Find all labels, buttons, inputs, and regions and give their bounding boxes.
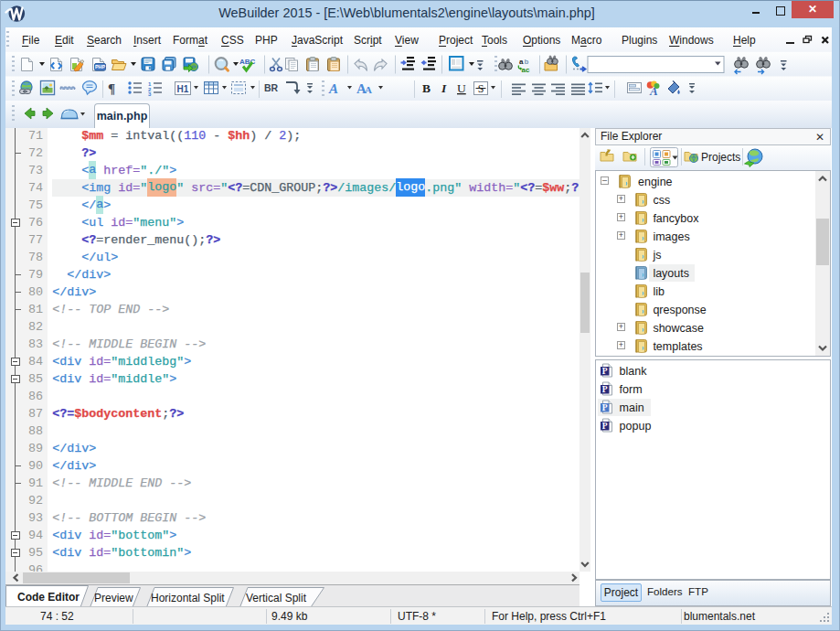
svg-text:¶: ¶ [108,81,115,96]
svg-text:B: B [422,81,431,95]
svg-text:BR: BR [264,82,279,93]
svg-text:ABC: ABC [239,58,256,66]
svg-text:P: P [602,367,608,376]
svg-text:P: P [602,403,608,412]
svg-text:U: U [457,81,466,95]
svg-text:A: A [649,84,658,98]
svg-text:A: A [328,81,338,96]
svg-text:Projects: Projects [701,151,740,164]
svg-text:PHP: PHP [95,64,105,70]
svg-text:A: A [365,84,372,95]
svg-text:I: I [441,81,447,95]
svg-text:P: P [602,422,608,431]
svg-text:ac: ac [522,66,530,74]
svg-text:3: 3 [148,91,152,97]
svg-text:P: P [602,385,608,394]
svg-text:H1: H1 [177,84,189,94]
